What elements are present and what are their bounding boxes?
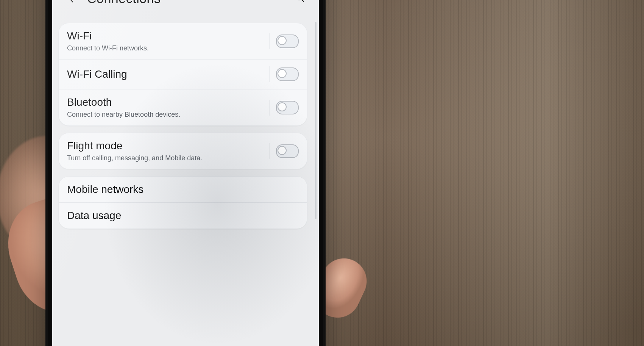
chevron-left-icon xyxy=(67,0,75,5)
phone-frame: 17:10 4G xyxy=(45,0,326,346)
row-data-usage[interactable]: Data usage xyxy=(59,202,307,229)
wifi-toggle[interactable] xyxy=(276,34,299,48)
row-divider xyxy=(270,33,270,49)
row-title: Wi-Fi Calling xyxy=(67,68,264,80)
row-bluetooth[interactable]: Bluetooth Connect to nearby Bluetooth de… xyxy=(59,89,307,125)
row-title: Wi-Fi xyxy=(67,30,264,42)
wifi-calling-toggle[interactable] xyxy=(276,67,299,81)
row-mobile-networks[interactable]: Mobile networks xyxy=(59,177,307,202)
settings-card: Mobile networks Data usage xyxy=(58,176,307,229)
row-subtitle: Connect to nearby Bluetooth devices. xyxy=(67,111,264,119)
row-wifi-calling[interactable]: Wi-Fi Calling xyxy=(59,59,307,89)
settings-card: Wi-Fi Connect to Wi-Fi networks. Wi-Fi C… xyxy=(58,23,307,126)
flight-mode-toggle[interactable] xyxy=(276,144,299,158)
row-title: Flight mode xyxy=(67,140,264,152)
search-icon xyxy=(295,0,305,4)
row-subtitle: Connect to Wi-Fi networks. xyxy=(67,44,264,52)
row-divider xyxy=(270,66,270,82)
row-subtitle: Turn off calling, messaging, and Mobile … xyxy=(67,154,264,162)
phone-screen: 17:10 4G xyxy=(52,0,319,346)
content-scrollbar[interactable] xyxy=(315,22,317,219)
row-title: Data usage xyxy=(67,210,299,222)
row-title: Mobile networks xyxy=(67,183,299,196)
back-button[interactable] xyxy=(62,0,80,8)
bluetooth-toggle[interactable] xyxy=(276,101,299,114)
row-flight-mode[interactable]: Flight mode Turn off calling, messaging,… xyxy=(59,133,307,169)
row-title: Bluetooth xyxy=(67,96,264,108)
row-wifi[interactable]: Wi-Fi Connect to Wi-Fi networks. xyxy=(59,23,307,59)
row-divider xyxy=(270,143,270,159)
row-divider xyxy=(270,100,270,116)
page-header: Connections xyxy=(52,0,319,14)
page-title: Connections xyxy=(87,0,161,6)
content-area: Wi-Fi Connect to Wi-Fi networks. Wi-Fi C… xyxy=(52,18,313,346)
scene: 17:10 4G xyxy=(0,0,644,346)
search-button[interactable] xyxy=(291,0,309,8)
settings-card: Flight mode Turn off calling, messaging,… xyxy=(58,133,307,169)
